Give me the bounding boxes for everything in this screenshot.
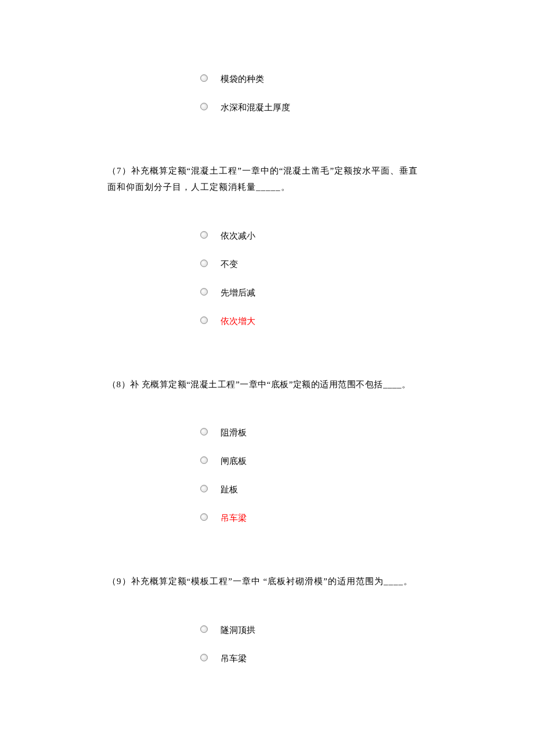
- question-number: （8）: [107, 380, 130, 389]
- question-number: （7）: [107, 166, 131, 175]
- option-row: 先增后减: [107, 285, 427, 299]
- radio-icon[interactable]: [200, 316, 208, 324]
- question-9: （9）补充概算定额“模板工程”一章中 “底板衬砌滑模”的适用范围为____。 隧…: [107, 574, 427, 665]
- radio-icon[interactable]: [200, 456, 208, 464]
- option-row: 隧洞顶拱: [107, 622, 427, 636]
- question-body: 补充概算定额“模板工程”一章中 “底板衬砌滑模”的适用范围为____。: [131, 577, 413, 586]
- option-row: 吊车梁: [107, 650, 427, 665]
- radio-icon[interactable]: [200, 103, 208, 110]
- radio-icon[interactable]: [200, 74, 208, 82]
- radio-icon[interactable]: [200, 260, 208, 267]
- radio-icon[interactable]: [200, 428, 208, 435]
- option-label: 依次减小: [221, 228, 255, 242]
- option-row: 依次增大: [107, 313, 427, 327]
- option-label-highlight: 依次增大: [221, 313, 255, 327]
- option-label-highlight: 吊车梁: [221, 510, 247, 524]
- option-row: 吊车梁: [107, 510, 427, 524]
- question-text: （8）补 充概算定额“混凝土工程”一章中“底板”定额的适用范围不包括____。: [107, 377, 427, 393]
- option-label: 先增后减: [221, 285, 255, 299]
- question-body: 补 充概算定额“混凝土工程”一章中“底板”定额的适用范围不包括____。: [130, 380, 410, 389]
- option-row: 闸底板: [107, 453, 427, 467]
- question-7: （7）补充概算定额“混凝土工程”一章中的“混凝土凿毛”定额按水平面、垂直面和仰面…: [107, 163, 427, 327]
- radio-icon[interactable]: [200, 654, 208, 661]
- option-label: 闸底板: [221, 453, 247, 467]
- radio-icon[interactable]: [200, 485, 208, 492]
- option-row: 趾板: [107, 481, 427, 496]
- option-label: 隧洞顶拱: [221, 622, 255, 636]
- radio-icon[interactable]: [200, 625, 208, 633]
- option-row: 依次减小: [107, 228, 427, 242]
- option-label: 水深和混凝土厚度: [221, 99, 290, 114]
- options-group: 隧洞顶拱 吊车梁: [107, 622, 427, 665]
- radio-icon[interactable]: [200, 288, 208, 296]
- radio-icon[interactable]: [200, 231, 208, 239]
- option-label: 吊车梁: [221, 650, 247, 665]
- question-text: （9）补充概算定额“模板工程”一章中 “底板衬砌滑模”的适用范围为____。: [107, 574, 427, 590]
- option-label: 模袋的种类: [221, 71, 264, 85]
- question-8: （8）补 充概算定额“混凝土工程”一章中“底板”定额的适用范围不包括____。 …: [107, 377, 427, 525]
- question-text: （7）补充概算定额“混凝土工程”一章中的“混凝土凿毛”定额按水平面、垂直面和仰面…: [107, 163, 427, 196]
- option-label: 阻滑板: [221, 424, 247, 439]
- options-group: 阻滑板 闸底板 趾板 吊车梁: [107, 424, 427, 524]
- option-row: 阻滑板: [107, 424, 427, 439]
- option-row: 不变: [107, 256, 427, 271]
- option-label: 不变: [221, 256, 238, 271]
- option-row: 水深和混凝土厚度: [107, 99, 427, 114]
- option-row: 模袋的种类: [107, 71, 427, 85]
- options-group: 依次减小 不变 先增后减 依次增大: [107, 228, 427, 327]
- question-number: （9）: [107, 577, 131, 586]
- question-body: 补充概算定额“混凝土工程”一章中的“混凝土凿毛”定额按水平面、垂直面和仰面划分子…: [107, 166, 418, 192]
- option-label: 趾板: [221, 481, 238, 496]
- radio-icon[interactable]: [200, 513, 208, 521]
